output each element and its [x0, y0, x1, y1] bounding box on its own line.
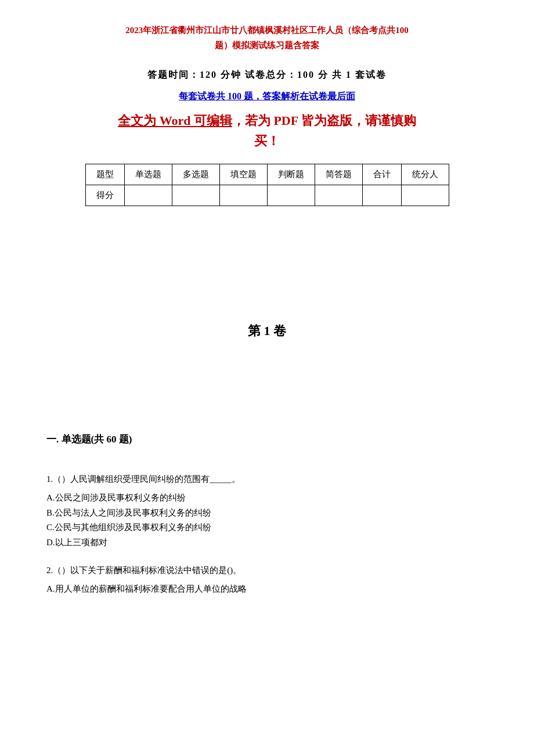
table-cell-scorer: 统分人	[401, 164, 449, 185]
table-value-row: 得分	[85, 185, 449, 206]
table-cell-single: 单选题	[124, 164, 172, 185]
table-cell-judge: 判断题	[267, 164, 315, 185]
table-header-row: 题型 单选题 多选题 填空题 判断题 简答题 合计 统分人	[85, 164, 449, 185]
table-cell-multi: 多选题	[172, 164, 219, 185]
question-1-option-d: D.以上三项都对	[46, 535, 488, 550]
question-1-option-b: B.公民与法人之间涉及民事权利义务的纠纷	[46, 506, 488, 521]
table-cell-val6	[362, 185, 401, 206]
question-type-title: 一. 单选题(共 60 题)	[46, 433, 488, 446]
table-cell-val7	[401, 185, 449, 206]
question-1-option-a: A.公民之间涉及民事权利义务的纠纷	[46, 491, 488, 506]
question-1-option-c: C.公民与其他组织涉及民事权利义务的纠纷	[46, 520, 488, 535]
table-cell-val1	[124, 185, 172, 206]
spacer-1	[46, 218, 488, 253]
spacer-4	[46, 404, 488, 415]
spacer-5	[46, 460, 488, 471]
table-cell-fill: 填空题	[219, 164, 267, 185]
table-cell-short: 简答题	[315, 164, 362, 185]
question-1: 1.（）人民调解组织受理民间纠纷的范围有_____。 A.公民之间涉及民事权利义…	[46, 471, 488, 550]
score-table: 题型 单选题 多选题 填空题 判断题 简答题 合计 统分人 得分	[85, 164, 449, 206]
document-title: 2023年浙江省衢州市江山市廿八都镇枫溪村社区工作人员（综合考点共100 题）模…	[46, 23, 488, 53]
table-cell-val4	[267, 185, 315, 206]
question-2: 2.（）以下关于薪酬和福利标准说法中错误的是()。 A.用人单位的薪酬和福利标准…	[46, 563, 488, 597]
word-notice: 全文为 Word 可编辑，若为 PDF 皆为盗版，请谨慎购	[46, 111, 488, 130]
table-cell-val2	[172, 185, 219, 206]
section-vol-title: 第 1 卷	[46, 322, 488, 340]
exam-notice: 每套试卷共 100 题，答案解析在试卷最后面	[46, 91, 488, 103]
question-2-text: 2.（）以下关于薪酬和福利标准说法中错误的是()。	[46, 563, 488, 578]
exam-info: 答题时间：120 分钟 试卷总分：100 分 共 1 套试卷	[46, 69, 488, 81]
table-cell-val5	[315, 185, 362, 206]
word-notice-part1: 全文为 Word 可编辑	[118, 113, 232, 128]
table-cell-total: 合计	[362, 164, 401, 185]
table-cell-val3	[219, 185, 267, 206]
word-notice-part2: ，若为 PDF 皆为盗版，请谨慎购	[232, 113, 416, 128]
question-1-text: 1.（）人民调解组织受理民间纠纷的范围有_____。	[46, 471, 488, 487]
question-2-option-a: A.用人单位的薪酬和福利标准要配合用人单位的战略	[46, 582, 488, 597]
buy-text: 买！	[46, 132, 488, 150]
table-cell-defen-label: 得分	[85, 185, 124, 206]
spacer-3	[46, 369, 488, 404]
spacer-2	[46, 253, 488, 287]
table-cell-timu: 题型	[85, 164, 124, 185]
